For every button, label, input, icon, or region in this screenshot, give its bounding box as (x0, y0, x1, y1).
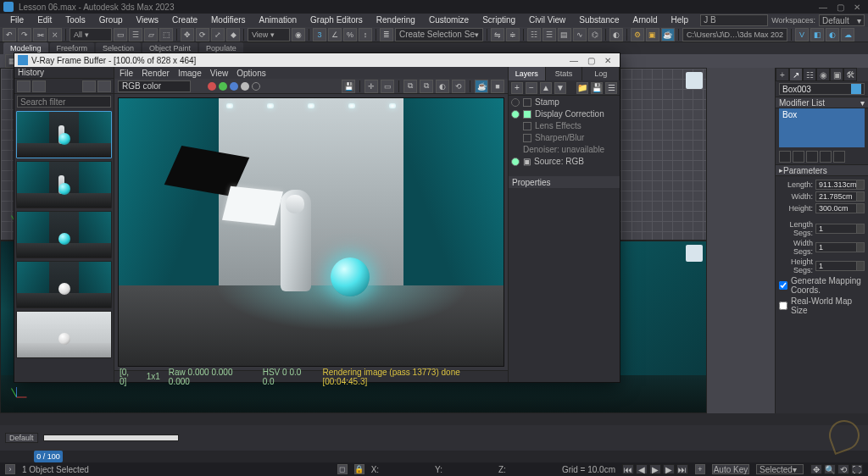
width-spinner[interactable]: 21.785cm (815, 191, 865, 202)
set-key-filters-dropdown[interactable]: Selected ▾ (756, 464, 804, 474)
real-world-map-checkbox[interactable]: Real-World Map Size (779, 296, 865, 315)
manage-selection-sets-button[interactable]: ≣ (380, 28, 393, 42)
vray-button-2[interactable]: ◧ (810, 28, 824, 42)
mirror-button[interactable]: ⇋ (491, 28, 504, 42)
next-frame-button[interactable]: ▶ (663, 464, 675, 474)
material-editor-button[interactable]: ◐ (609, 28, 623, 42)
select-object-button[interactable]: ▭ (114, 28, 127, 42)
goto-start-button[interactable]: ⏮ (622, 464, 634, 474)
scale-button[interactable]: ⤢ (211, 28, 225, 42)
menu-group[interactable]: Group (92, 14, 130, 27)
move-button[interactable]: ✥ (181, 28, 194, 42)
tab-display-icon[interactable]: ▣ (830, 68, 843, 81)
vfb-red-channel-button[interactable] (208, 82, 216, 91)
goto-end-button[interactable]: ⏭ (676, 464, 688, 474)
vfb-move-layer-up-button[interactable]: ▲ (540, 82, 552, 94)
menu-civilview[interactable]: Civil View (522, 14, 572, 27)
align-button[interactable]: ≑ (506, 28, 520, 42)
layer-dropdown[interactable]: Default (5, 433, 38, 443)
object-name-field[interactable]: Box003 (779, 83, 865, 95)
minimize-button[interactable]: — (815, 2, 831, 12)
menu-create[interactable]: Create (165, 14, 204, 27)
generate-mapping-checkbox[interactable]: Generate Mapping Coords. (779, 276, 865, 295)
configure-sets-button[interactable] (833, 151, 845, 163)
vfb-tab-layers[interactable]: Layers (509, 67, 546, 80)
x-coord-spinner[interactable] (386, 464, 428, 474)
unlink-button[interactable]: ⤫ (48, 28, 62, 42)
vray-frame-buffer-window[interactable]: V-Ray Frame Buffer - [100.0% of 828 x 46… (14, 53, 620, 383)
layer-denoiser[interactable]: Denoiser: unavailable (511, 145, 617, 154)
layer-stamp[interactable]: Stamp (511, 97, 617, 107)
use-pivot-button[interactable]: ◉ (292, 28, 305, 42)
height-spinner[interactable]: 300.0cm (815, 203, 865, 213)
history-load-button[interactable] (32, 80, 46, 92)
vfb-stop-render-button[interactable]: ■ (491, 80, 504, 93)
vfb-menu-options[interactable]: Options (236, 69, 265, 78)
menu-tools[interactable]: Tools (58, 14, 92, 27)
vfb-link-pdplayer-button[interactable]: ⧉ (403, 80, 417, 93)
modifier-list-dropdown[interactable]: Modifier List▾ (776, 97, 868, 108)
vfb-alpha-channel-button[interactable] (252, 82, 260, 91)
vray-button-1[interactable]: V (795, 28, 809, 42)
vfb-blue-channel-button[interactable] (230, 82, 238, 91)
prev-frame-button[interactable]: ◀ (636, 464, 648, 474)
width-segs-spinner[interactable]: 1 (815, 242, 865, 252)
show-end-result-button[interactable] (793, 151, 804, 163)
tab-modify-icon[interactable]: ↗ (789, 68, 803, 81)
menu-substance[interactable]: Substance (572, 14, 626, 27)
toggle-ribbon-button[interactable]: ▤ (558, 28, 571, 42)
tab-hierarchy-icon[interactable]: ☷ (803, 68, 816, 81)
history-ab-button[interactable] (82, 80, 96, 92)
layer-sharpen-blur[interactable]: Sharpen/Blur (511, 133, 617, 142)
vfb-toggle-cc-button[interactable]: ◐ (436, 80, 449, 93)
remove-modifier-button[interactable] (820, 151, 832, 163)
named-selection-set-dropdown[interactable]: Create Selection Se ▾ (395, 28, 483, 42)
menu-views[interactable]: Views (130, 14, 166, 27)
viewcube-icon-persp[interactable] (686, 245, 703, 262)
height-segs-spinner[interactable]: 1 (815, 261, 865, 271)
placement-button[interactable]: ◆ (226, 28, 240, 42)
length-spinner[interactable]: 911.313cm (815, 180, 865, 190)
layer-lens-effects[interactable]: Lens Effects (511, 121, 617, 130)
vfb-tab-stats[interactable]: Stats (546, 67, 583, 80)
toggle-layer-explorer-button[interactable]: ☰ (542, 28, 556, 42)
close-button[interactable]: ✕ (849, 2, 865, 12)
menu-animation[interactable]: Animation (253, 14, 303, 27)
key-mode-button[interactable]: + (695, 464, 705, 474)
play-button[interactable]: ▶ (649, 464, 661, 474)
vfb-region-render-button[interactable]: ▭ (381, 80, 394, 93)
maximize-button[interactable]: ▢ (832, 2, 848, 12)
vfb-titlebar[interactable]: V-Ray Frame Buffer - [100.0% of 828 x 46… (14, 53, 620, 67)
max-toggle-button[interactable]: ⛶ (851, 464, 863, 474)
vfb-mono-channel-button[interactable] (241, 82, 249, 91)
pin-stack-button[interactable] (779, 151, 791, 163)
redo-button[interactable]: ↷ (18, 28, 31, 42)
time-slider[interactable] (43, 434, 179, 441)
maxscript-mini-listener-icon[interactable]: › (5, 464, 15, 474)
refcoord-dropdown[interactable]: View ▾ (248, 28, 290, 42)
vray-button-4[interactable]: ☁ (841, 28, 854, 42)
length-segs-spinner[interactable]: 1 (815, 224, 865, 234)
object-color-swatch[interactable] (851, 84, 861, 94)
vfb-layer-menu-button[interactable]: ☰ (605, 82, 617, 94)
vfb-layer-folder-button[interactable]: 📁 (576, 82, 588, 94)
schematic-view-button[interactable]: ⌬ (588, 28, 602, 42)
make-unique-button[interactable] (806, 151, 818, 163)
rollout-parameters-head[interactable]: ▸ Parameters (776, 164, 868, 176)
menu-file[interactable]: File (3, 14, 31, 27)
tab-create-icon[interactable]: + (776, 68, 789, 81)
vfb-layer-save-button[interactable]: 💾 (591, 82, 603, 94)
window-crossing-button[interactable]: ⬚ (159, 28, 173, 42)
z-coord-spinner[interactable] (513, 464, 555, 474)
vfb-render-last-button[interactable]: ☕ (475, 80, 488, 93)
undo-button[interactable]: ↶ (3, 28, 16, 42)
vfb-menu-render[interactable]: Render (142, 69, 170, 78)
user-field[interactable]: J B (700, 14, 768, 26)
vfb-render-view[interactable] (118, 97, 504, 367)
layer-source[interactable]: ▣Source: RGB (511, 157, 617, 166)
project-path-field[interactable]: C:\Users\J\D…\3ds Max 202 (682, 28, 787, 42)
history-thumb-5[interactable] (16, 311, 112, 358)
vfb-track-mouse-button[interactable]: ✛ (364, 80, 378, 93)
snap-toggle-3-icon[interactable]: 3 (313, 28, 326, 42)
menu-customize[interactable]: Customize (422, 14, 476, 27)
